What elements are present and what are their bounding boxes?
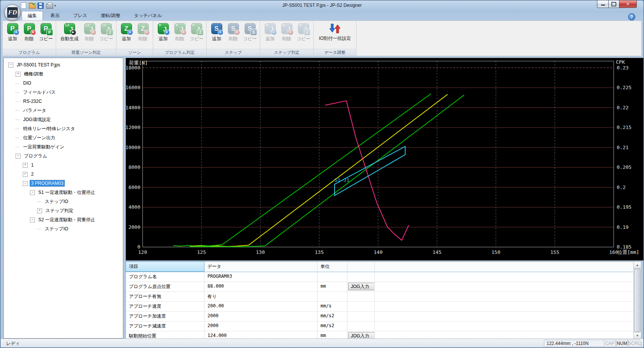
param-value[interactable]: 2000 bbox=[204, 321, 317, 331]
ribbon-button-0-1[interactable]: P×削除 bbox=[21, 22, 38, 42]
tree-item-6[interactable]: JOG環境設定 bbox=[4, 115, 123, 124]
expand-icon[interactable]: + bbox=[23, 172, 28, 177]
collapse-icon[interactable]: − bbox=[16, 154, 20, 159]
scroll-up-icon[interactable]: ▲ bbox=[634, 262, 641, 269]
menu-tab-0[interactable]: 編集 bbox=[22, 11, 43, 20]
tree-item-10[interactable]: −プログラム bbox=[4, 151, 123, 161]
ribbon-button-2-1[interactable]: Z×削除 bbox=[135, 22, 151, 42]
maximize-button[interactable] bbox=[609, 0, 619, 8]
menu-tab-3[interactable]: 運転/調整 bbox=[95, 11, 126, 20]
tree-item-label[interactable]: 1 bbox=[30, 162, 35, 168]
param-value[interactable]: PROGRAM03 bbox=[204, 272, 317, 282]
tree-item-7[interactable]: 特殊リレー/特殊レジスタ bbox=[4, 124, 123, 133]
minimize-button[interactable] bbox=[597, 0, 609, 8]
ribbon-button-5-2[interactable]: SJJコピー bbox=[295, 22, 312, 42]
header-data[interactable]: データ bbox=[204, 262, 317, 272]
collapse-icon[interactable]: − bbox=[30, 190, 35, 195]
tree-item-label[interactable]: S1 一定速度駆動・位置停止 bbox=[37, 189, 96, 196]
add-icon: + bbox=[14, 30, 19, 35]
tree-item-label[interactable]: 位置ゾーン出力 bbox=[22, 134, 57, 142]
ribbon-button-5-0[interactable]: SJ+追加 bbox=[262, 22, 278, 42]
tree-item-18[interactable]: ステップIO bbox=[4, 224, 123, 233]
param-value[interactable]: 有り bbox=[204, 292, 317, 301]
param-value[interactable]: 200.00 bbox=[204, 302, 317, 311]
tree-item-8[interactable]: 位置ゾーン出力 bbox=[4, 133, 123, 142]
param-value[interactable]: 88.000 bbox=[204, 282, 317, 291]
tree-item-label[interactable]: 2 bbox=[30, 171, 35, 177]
tree-item-label[interactable]: プログラム bbox=[23, 153, 48, 160]
tree-item-label[interactable]: JOG環境設定 bbox=[22, 116, 52, 123]
p-icon: PJ+ bbox=[158, 23, 169, 34]
ribbon-button-3-2[interactable]: PJJコピー bbox=[188, 22, 205, 42]
ribbon-button-0-0[interactable]: P+追加 bbox=[4, 22, 21, 42]
tree-item-5[interactable]: パラメータ bbox=[4, 106, 123, 115]
ribbon-button-2-0[interactable]: Z+追加 bbox=[118, 22, 135, 42]
ribbon-button-4-1[interactable]: S×削除 bbox=[225, 22, 242, 42]
ribbon-button-0-2[interactable]: PPコピー bbox=[38, 22, 54, 42]
tree-item-label[interactable]: 一定荷重駆動ゲイン bbox=[22, 143, 66, 151]
tree-item-label[interactable]: ステップIO bbox=[44, 225, 69, 233]
table-scrollbar[interactable]: ▲ ▼ bbox=[633, 261, 641, 339]
tree-item-16[interactable]: +ステップ判定 bbox=[4, 206, 123, 215]
app-menu-button[interactable]: FD bbox=[4, 4, 21, 21]
tree-item-label[interactable]: 機種/調整 bbox=[23, 71, 44, 78]
tree-item-3[interactable]: フィールドバス bbox=[4, 88, 123, 97]
expand-icon[interactable]: + bbox=[37, 208, 42, 213]
scroll-down-icon[interactable]: ▼ bbox=[634, 332, 641, 339]
tree-item-label[interactable]: S2 一定速度駆動・荷重停止 bbox=[37, 216, 96, 224]
ribbon-button-1-1[interactable]: LZJ×削除 bbox=[81, 22, 98, 42]
collapse-icon[interactable]: − bbox=[23, 181, 28, 186]
tree-item-label[interactable]: ステップIO bbox=[44, 198, 69, 205]
scrollbar-thumb[interactable] bbox=[634, 269, 641, 332]
expand-icon[interactable]: + bbox=[16, 72, 20, 77]
tree-item-9[interactable]: 一定荷重駆動ゲイン bbox=[4, 142, 123, 151]
header-unit[interactable]: 単位 bbox=[317, 262, 347, 272]
tree-item-15[interactable]: ステップIO bbox=[4, 197, 123, 206]
tree-item-13[interactable]: −3 PROGRAM03 bbox=[4, 179, 123, 188]
collapse-icon[interactable]: − bbox=[8, 63, 13, 68]
expand-icon[interactable]: + bbox=[23, 163, 28, 168]
help-button[interactable]: ? bbox=[628, 13, 635, 20]
table-row-5: アプローチ減速度2000mm/s2 bbox=[126, 321, 633, 331]
tree-item-12[interactable]: +2 bbox=[4, 170, 123, 179]
tree-item-label[interactable]: ステップ判定 bbox=[44, 207, 74, 214]
close-button[interactable]: ✕ bbox=[619, 0, 637, 8]
ribbon-button-1-0[interactable]: LZJ▶自動生成 bbox=[58, 22, 81, 42]
tree-item-2[interactable]: DIO bbox=[4, 79, 123, 88]
tree-item-0[interactable]: −JP-S5001 TEST P.jps bbox=[4, 60, 123, 69]
title-bar[interactable]: ▾ JP-S5001 TEST P.jps - JP-S2 Designer ✕ bbox=[0, 0, 644, 12]
menu-tab-1[interactable]: 表示 bbox=[44, 11, 66, 20]
ribbon-button-3-1[interactable]: PJ×削除 bbox=[171, 22, 188, 42]
ribbon-button-4-2[interactable]: SSコピー bbox=[242, 22, 258, 42]
ribbon-group-4: S+追加S×削除SSコピーステップ bbox=[207, 21, 260, 56]
tree-item-label[interactable]: JP-S5001 TEST P.jps bbox=[16, 62, 61, 68]
load-position-chart[interactable]: S1-J1荷重[N]CPK020004000600080001000012000… bbox=[126, 58, 644, 261]
collapse-icon[interactable]: − bbox=[30, 217, 35, 222]
ribbon-button-5-1[interactable]: SJ×削除 bbox=[278, 22, 295, 42]
tree-item-1[interactable]: +機種/調整 bbox=[4, 69, 123, 79]
tree-item-label[interactable]: 3 PROGRAM03 bbox=[30, 180, 64, 186]
add-icon: + bbox=[218, 30, 223, 35]
ribbon-group-2: Z+追加Z×削除ゾーン bbox=[116, 21, 153, 56]
ribbon-button-1-2[interactable]: LZJJコピー bbox=[98, 22, 115, 42]
svg-text:8000: 8000 bbox=[129, 164, 140, 170]
jog-input-button[interactable]: JOG入力 bbox=[348, 283, 375, 290]
ribbon-button-4-0[interactable]: S+追加 bbox=[208, 22, 225, 42]
svg-text:135: 135 bbox=[315, 249, 324, 255]
ribbon-button-6-0[interactable]: IO割付一括設定 bbox=[315, 22, 355, 42]
tree-item-label[interactable]: RS-232C bbox=[22, 98, 43, 104]
chart-canvas[interactable]: S1-J1荷重[N]CPK020004000600080001000012000… bbox=[126, 58, 642, 260]
header-item[interactable]: 項目 bbox=[126, 261, 204, 272]
tree-item-label[interactable]: パラメータ bbox=[22, 107, 47, 114]
ribbon-button-3-0[interactable]: PJ+追加 bbox=[155, 22, 171, 42]
tree-item-label[interactable]: 特殊リレー/特殊レジスタ bbox=[22, 125, 76, 132]
menu-tab-4[interactable]: タッチパネル bbox=[128, 11, 168, 20]
tree-item-4[interactable]: RS-232C bbox=[4, 97, 123, 106]
tree-item-17[interactable]: −S2 一定速度駆動・荷重停止 bbox=[4, 215, 123, 224]
param-value[interactable]: 2000 bbox=[204, 312, 317, 321]
tree-item-label[interactable]: フィールドバス bbox=[22, 89, 57, 96]
menu-tab-2[interactable]: プレス bbox=[67, 11, 93, 20]
tree-item-14[interactable]: −S1 一定速度駆動・位置停止 bbox=[4, 188, 123, 197]
tree-item-11[interactable]: +1 bbox=[4, 161, 123, 170]
tree-item-label[interactable]: DIO bbox=[22, 80, 32, 86]
